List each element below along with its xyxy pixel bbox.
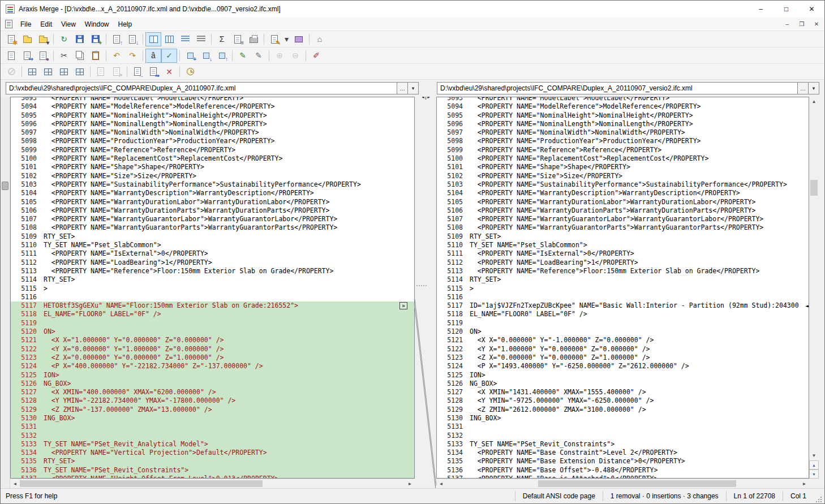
- code-line-right-5115[interactable]: 5115>: [437, 285, 809, 293]
- code-line-right-5111[interactable]: 5111 <PROPERTY NAME="IsExternal">0</PROP…: [437, 249, 809, 258]
- code-line-right-5102[interactable]: 5102 <PROPERTY NAME="Size">Size</PROPERT…: [437, 172, 809, 180]
- code-line-left-5112[interactable]: 5112 <PROPERTY NAME="LoadBearing">1</PRO…: [11, 259, 414, 267]
- code-line-left-5125[interactable]: 5125ION>: [11, 371, 414, 380]
- scroll-right-icon[interactable]: ►: [800, 479, 809, 488]
- redo-button[interactable]: ↷: [124, 49, 140, 63]
- code-line-right-5107[interactable]: 5107 <PROPERTY NAME="WarrantyGuarantorLa…: [437, 215, 809, 223]
- vertical-scrollbar[interactable]: ▲ ▼ ▲ ▼: [809, 97, 819, 488]
- save-button[interactable]: [72, 32, 88, 46]
- home-button[interactable]: ⌂: [312, 32, 328, 46]
- code-line-right-5120[interactable]: 5120ON>: [437, 328, 809, 336]
- next-change-button[interactable]: ⊕: [272, 49, 287, 63]
- report-button[interactable]: ≡: [230, 32, 246, 46]
- code-line-right-5135[interactable]: 5135 <PROPERTY NAME="Base Extension Dist…: [437, 457, 809, 466]
- code-line-left-5116[interactable]: 5116: [11, 293, 414, 301]
- code-line-left-5109[interactable]: 5109RTY_SET>: [11, 232, 414, 241]
- code-line-right-5128[interactable]: 5128 <Y YMIN="-9725.000000" YMAX="-6250.…: [437, 397, 809, 405]
- menu-view[interactable]: View: [57, 18, 80, 31]
- code-line-left-5101[interactable]: 5101 <PROPERTY NAME="Shape">Shape</PROPE…: [11, 163, 414, 171]
- save-all-button[interactable]: +: [88, 32, 104, 46]
- code-line-right-5108[interactable]: 5108 <PROPERTY NAME="WarrantyGuarantorPa…: [437, 223, 809, 232]
- code-line-left-5137[interactable]: 5137 <PROPERTY NAME="Height Offset From …: [11, 475, 414, 479]
- menu-help[interactable]: Help: [114, 18, 137, 31]
- right-path-input[interactable]: [437, 82, 798, 94]
- two-way-layout-button[interactable]: [145, 32, 161, 46]
- code-line-right-5106[interactable]: 5106 <PROPERTY NAME="WarrantyDurationPar…: [437, 206, 809, 215]
- code-line-left-5132[interactable]: 5132: [11, 432, 414, 440]
- code-line-right-5129[interactable]: 5129 <Z ZMIN="2612.000000" ZMAX="3100.00…: [437, 406, 809, 414]
- code-line-left-5121[interactable]: 5121 <X X="1.000000" Y="0.000000" Z="0.0…: [11, 336, 414, 344]
- scroll-left-icon[interactable]: ◄: [436, 479, 446, 488]
- options-menu-button[interactable]: ▾: [282, 32, 291, 46]
- code-line-left-5114[interactable]: 5114RTY_SET>: [11, 275, 414, 284]
- code-line-right-5110[interactable]: 5110TY_SET NAME="Pset_SlabCommon">: [437, 241, 809, 249]
- next-difference-button[interactable]: ▼: [809, 469, 819, 479]
- code-line-right-5098[interactable]: 5098 <PROPERTY NAME="ProductionYear">Pro…: [437, 137, 809, 145]
- code-line-left-5131[interactable]: 5131: [11, 423, 414, 431]
- code-line-right-5105[interactable]: 5105 <PROPERTY NAME="WarrantyDurationLab…: [437, 198, 809, 206]
- code-line-left-5113[interactable]: 5113 <PROPERTY NAME="Reference">Floor:15…: [11, 267, 414, 275]
- code-line-right-5134[interactable]: 5134 <PROPERTY NAME="Base Constraint">Le…: [437, 449, 809, 457]
- code-line-right-5123[interactable]: 5123 <Z X="0.000000" Y="0.000000" Z="1.0…: [437, 354, 809, 362]
- code-line-right-5100[interactable]: 5100 <PROPERTY NAME="ReplacementCost">Re…: [437, 154, 809, 163]
- code-line-right-5109[interactable]: 5109RTY_SET>: [437, 232, 809, 241]
- right-horizontal-scrollbar[interactable]: ◄ ►: [436, 479, 809, 488]
- link-layout-2-button[interactable]: [40, 64, 56, 79]
- code-line-right-5103[interactable]: 5103 <PROPERTY NAME="SustainabilityPerfo…: [437, 180, 809, 189]
- copy-button[interactable]: [72, 49, 88, 63]
- previous-bookmark-button[interactable]: ↑: [214, 49, 230, 63]
- resize-grip[interactable]: [815, 496, 823, 503]
- copy-change-left-button[interactable]: ⇒: [145, 64, 161, 79]
- code-line-left-5129[interactable]: 5129 <Z ZMIN="-137.000000" ZMAX="13.0000…: [11, 406, 414, 414]
- link-layout-4-button[interactable]: [72, 64, 88, 79]
- previous-difference-button[interactable]: ▲: [809, 460, 819, 469]
- code-line-left-5118[interactable]: 5118EL_NAME="FLOOR0" LABEL="0F" />: [11, 310, 414, 318]
- child-minimize-button[interactable]: –: [780, 19, 794, 30]
- code-line-right-5119[interactable]: 5119: [437, 319, 809, 328]
- code-line-right-5125[interactable]: 5125ION>: [437, 371, 809, 380]
- code-line-left-5108[interactable]: 5108 <PROPERTY NAME="WarrantyGuarantorPa…: [11, 223, 414, 232]
- line-overflow-icon[interactable]: »: [399, 302, 407, 309]
- right-browse-button[interactable]: …: [798, 82, 809, 94]
- code-line-left-5126[interactable]: 5126NG_BOX>: [11, 380, 414, 388]
- code-line-left-5100[interactable]: 5100 <PROPERTY NAME="ReplacementCost">Re…: [11, 154, 414, 163]
- code-line-right-5112[interactable]: 5112 <PROPERTY NAME="LoadBearing">1</PRO…: [437, 259, 809, 267]
- open-recent-button[interactable]: ▾: [35, 32, 51, 46]
- code-line-right-5126[interactable]: 5126NG_BOX>: [437, 380, 809, 388]
- scroll-right-icon[interactable]: ►: [405, 479, 415, 488]
- open-comparison-button[interactable]: [19, 32, 35, 46]
- add-bookmark-button[interactable]: +: [182, 49, 198, 63]
- edit-original-pen-button[interactable]: ✎: [235, 49, 251, 63]
- code-line-right-5094[interactable]: 5094 <PROPERTY NAME="ModelReference">Mod…: [437, 102, 809, 111]
- paste-button[interactable]: [88, 49, 104, 63]
- edit-modified-pen-button[interactable]: ✎: [251, 49, 267, 63]
- left-hscroll-thumb[interactable]: [20, 480, 263, 487]
- export-document-button[interactable]: ↗: [109, 64, 124, 79]
- child-close-button[interactable]: ✕: [810, 19, 823, 30]
- code-line-right-5132[interactable]: 5132: [437, 432, 809, 440]
- code-line-left-5106[interactable]: 5106 <PROPERTY NAME="WarrantyDurationPar…: [11, 206, 414, 215]
- diff-overview-strip[interactable]: [1, 97, 10, 488]
- code-line-left-5107[interactable]: 5107 <PROPERTY NAME="WarrantyGuarantorLa…: [11, 215, 414, 223]
- code-line-left-5104[interactable]: 5104 <PROPERTY NAME="WarrantyDescription…: [11, 189, 414, 197]
- left-file-pane[interactable]: 5093 <PROPERTY NAME="ModelLabel">ModelLa…: [10, 97, 415, 479]
- code-line-left-5102[interactable]: 5102 <PROPERTY NAME="Size">Size</PROPERT…: [11, 172, 414, 180]
- code-line-right-5136[interactable]: 5136 <PROPERTY NAME="Base Offset">-0.488…: [437, 466, 809, 475]
- code-line-right-5133[interactable]: 5133TY_SET NAME="PSet_Revit_Constraints"…: [437, 440, 809, 449]
- code-line-left-5117[interactable]: 5117HETO8tf3SgGEXu" NAME="Floor:150mm Ex…: [11, 301, 414, 310]
- code-line-left-5122[interactable]: 5122 <Y X="0.000000" Y="1.000000" Z="0.0…: [11, 345, 414, 354]
- options-button[interactable]: ✎: [267, 32, 282, 46]
- code-line-left-5134[interactable]: 5134 <PROPERTY NAME="Vertical Projection…: [11, 449, 414, 457]
- next-file-button[interactable]: ↓: [124, 32, 140, 46]
- code-line-right-5127[interactable]: 5127 <X XMIN="1431.400000" XMAX="1555.40…: [437, 388, 809, 397]
- code-line-left-5093[interactable]: 5093 <PROPERTY NAME="ModelLabel">ModelLa…: [11, 97, 414, 102]
- code-line-right-5137[interactable]: 5137 <PROPERTY NAME="Base is Attached">0…: [437, 475, 809, 479]
- code-line-right-5117[interactable]: 5117ID="1aj$VJZFn2TxepZUBcKpee" NAME="Ba…: [437, 301, 809, 310]
- code-line-left-5130[interactable]: 5130ING_BOX>: [11, 414, 414, 423]
- menu-edit[interactable]: Edit: [36, 18, 57, 31]
- versions-button[interactable]: [182, 64, 198, 79]
- right-hscroll-thumb[interactable]: [538, 480, 736, 487]
- code-line-left-5124[interactable]: 5124 <P X="400.000000" Y="-22182.734000"…: [11, 362, 414, 371]
- bookmarks-button[interactable]: [291, 32, 307, 46]
- next-bookmark-button[interactable]: ↓: [198, 49, 214, 63]
